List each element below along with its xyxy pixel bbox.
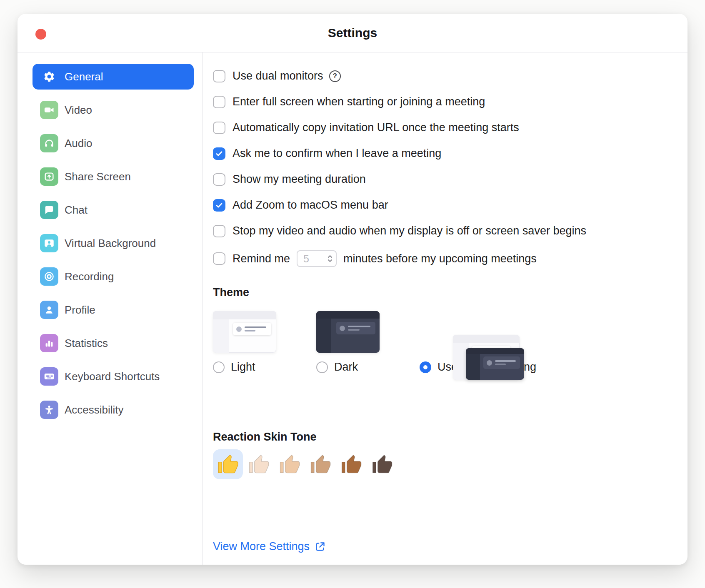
- option-row: Automatically copy invitation URL once t…: [213, 121, 688, 134]
- skin-tone-medium-dark[interactable]: [336, 449, 366, 479]
- view-more-settings-link[interactable]: View More Settings: [213, 540, 688, 553]
- checkbox[interactable]: [213, 96, 225, 108]
- window-title: Settings: [18, 14, 688, 52]
- theme-thumbnail-system[interactable]: [420, 311, 553, 353]
- chat-bubble-icon: [40, 201, 58, 219]
- main-panel: Use dual monitors?Enter full screen when…: [202, 52, 688, 565]
- close-button[interactable]: [35, 29, 46, 40]
- remind-minutes-input[interactable]: [298, 252, 326, 265]
- sidebar-item-chat[interactable]: Chat: [32, 197, 194, 223]
- sidebar-item-label: Chat: [65, 204, 88, 217]
- theme-option-dark: Dark: [316, 311, 420, 374]
- sidebar-item-virtual-background[interactable]: Virtual Background: [32, 230, 194, 256]
- theme-radio-system-selected[interactable]: [420, 361, 431, 373]
- virtual-background-icon: [40, 234, 58, 252]
- record-icon: [40, 267, 58, 286]
- sidebar-item-recording[interactable]: Recording: [32, 264, 194, 289]
- help-icon[interactable]: ?: [329, 70, 341, 82]
- skin-tone-dark[interactable]: [367, 449, 397, 479]
- option-label: Use dual monitors: [232, 70, 323, 82]
- skin-tone-medium[interactable]: [305, 449, 335, 479]
- sidebar-item-profile[interactable]: Profile: [32, 297, 194, 323]
- system-theme-dark-card[interactable]: [466, 348, 524, 380]
- sidebar-item-label: Audio: [65, 137, 92, 150]
- option-row: Remind me minutes before my upcoming mee…: [213, 250, 688, 267]
- checkbox[interactable]: [213, 122, 225, 134]
- light-theme-preview[interactable]: [213, 311, 276, 353]
- theme-radio-label: Dark: [334, 361, 358, 374]
- option-row: Enter full screen when starting or joini…: [213, 95, 688, 108]
- sidebar-item-accessibility[interactable]: Accessibility: [32, 397, 194, 423]
- remind-suffix-label: minutes before my upcoming meetings: [343, 252, 537, 265]
- sidebar: GeneralVideoAudioShare ScreenChatVirtual…: [18, 52, 202, 565]
- option-row: Stop my video and audio when my display …: [213, 224, 688, 237]
- theme-option-system: Use System Setting: [420, 311, 553, 374]
- checkbox[interactable]: [213, 173, 225, 186]
- option-label: Automatically copy invitation URL once t…: [232, 121, 519, 134]
- checkbox-checked[interactable]: [213, 199, 225, 212]
- stepper-arrows-icon[interactable]: [327, 254, 333, 264]
- sidebar-item-audio[interactable]: Audio: [32, 130, 194, 156]
- remind-me-label: Remind me: [232, 252, 290, 265]
- sidebar-item-label: Share Screen: [65, 170, 131, 183]
- option-label: Ask me to confirm when I leave a meeting: [232, 147, 441, 160]
- gear-icon: [40, 67, 58, 86]
- sidebar-item-label: General: [65, 70, 103, 83]
- dark-theme-preview[interactable]: [316, 311, 380, 353]
- theme-radio-light[interactable]: [213, 361, 225, 373]
- sidebar-item-label: Virtual Background: [65, 237, 156, 250]
- theme-heading: Theme: [213, 286, 688, 299]
- sidebar-item-label: Statistics: [65, 337, 108, 350]
- skin-tone-light[interactable]: [244, 449, 274, 479]
- person-icon: [40, 301, 58, 319]
- option-row: Add Zoom to macOS menu bar: [213, 199, 688, 212]
- option-row: Use dual monitors?: [213, 70, 688, 82]
- skin-tone-default-yellow-selected[interactable]: [213, 449, 243, 479]
- checkbox[interactable]: [213, 70, 225, 82]
- checkbox[interactable]: [213, 252, 225, 265]
- theme-radio-dark[interactable]: [316, 361, 328, 373]
- video-camera-icon: [40, 101, 58, 119]
- sidebar-item-label: Video: [65, 104, 92, 117]
- sidebar-item-share-screen[interactable]: Share Screen: [32, 164, 194, 189]
- remind-minutes-stepper[interactable]: [297, 250, 337, 267]
- sidebar-item-general[interactable]: General: [32, 64, 194, 90]
- settings-window: Settings GeneralVideoAudioShare ScreenCh…: [18, 14, 688, 565]
- checkbox[interactable]: [213, 225, 225, 237]
- sidebar-item-label: Keyboard Shortcuts: [65, 370, 160, 383]
- theme-thumbnail-light[interactable]: [213, 311, 316, 353]
- reaction-skin-tone-heading: Reaction Skin Tone: [213, 431, 688, 443]
- bar-chart-icon: [40, 334, 58, 352]
- sidebar-item-video[interactable]: Video: [32, 97, 194, 123]
- sidebar-item-label: Profile: [65, 304, 95, 316]
- option-row: Ask me to confirm when I leave a meeting: [213, 147, 688, 160]
- sidebar-item-label: Recording: [65, 270, 114, 283]
- theme-thumbnail-dark[interactable]: [316, 311, 420, 353]
- sidebar-item-statistics[interactable]: Statistics: [32, 330, 194, 356]
- option-label: Show my meeting duration: [232, 173, 366, 186]
- sidebar-item-keyboard-shortcuts[interactable]: Keyboard Shortcuts: [32, 364, 194, 389]
- headphones-icon: [40, 134, 58, 152]
- option-label: Stop my video and audio when my display …: [232, 224, 586, 237]
- option-label: Enter full screen when starting or joini…: [232, 95, 485, 108]
- theme-radio-label: Light: [231, 361, 255, 374]
- sidebar-item-label: Accessibility: [65, 404, 124, 416]
- accessibility-icon: [40, 401, 58, 419]
- theme-option-light: Light: [213, 311, 316, 374]
- external-link-icon: [315, 541, 326, 552]
- skin-tone-medium-light[interactable]: [275, 449, 305, 479]
- share-screen-icon: [40, 167, 58, 186]
- option-label: Add Zoom to macOS menu bar: [232, 199, 388, 212]
- checkbox-checked[interactable]: [213, 147, 225, 160]
- view-more-settings-label: View More Settings: [213, 540, 310, 553]
- title-bar: Settings: [18, 14, 688, 52]
- keyboard-icon: [40, 367, 58, 386]
- option-row: Show my meeting duration: [213, 173, 688, 186]
